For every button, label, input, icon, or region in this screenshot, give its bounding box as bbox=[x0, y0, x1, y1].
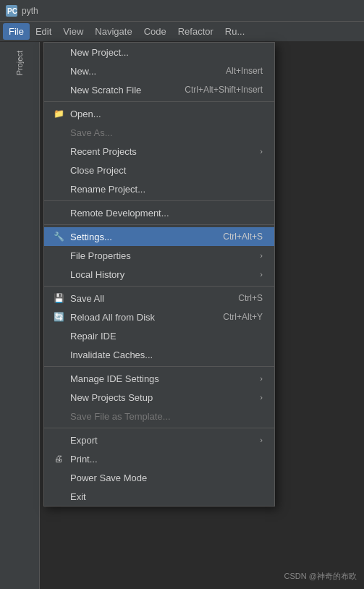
menu-refactor[interactable]: Refactor bbox=[172, 23, 219, 40]
no-icon bbox=[53, 349, 64, 360]
menu-item-label-rename-project: Rename Project... bbox=[70, 184, 145, 195]
svg-text:PC: PC bbox=[7, 7, 17, 15]
menu-navigate[interactable]: Navigate bbox=[89, 23, 137, 40]
menu-item-arrow-file-properties: › bbox=[260, 251, 263, 260]
menu-code[interactable]: Code bbox=[138, 23, 172, 40]
menu-item-export[interactable]: Export› bbox=[44, 431, 274, 449]
menu-item-label-open: Open... bbox=[70, 109, 101, 119]
sidebar-tab-project[interactable]: Project bbox=[12, 45, 27, 81]
menu-item-label-save-as: Save As... bbox=[70, 127, 113, 138]
menu-file[interactable]: File bbox=[3, 23, 30, 40]
no-icon bbox=[53, 207, 64, 219]
menu-item-label-exit: Exit bbox=[70, 491, 86, 502]
menu-item-manage-ide[interactable]: Manage IDE Settings› bbox=[44, 369, 274, 388]
no-icon bbox=[53, 472, 64, 483]
no-icon bbox=[53, 330, 64, 342]
menu-item-close-project[interactable]: Close Project bbox=[44, 161, 274, 179]
menu-item-label-repair-ide: Repair IDE bbox=[70, 331, 117, 342]
file-dropdown-menu: New Project...New...Alt+InsertNew Scratc… bbox=[43, 42, 275, 507]
menu-item-save-as: Save As... bbox=[44, 123, 274, 142]
menu-item-label-print: Print... bbox=[70, 454, 98, 465]
menu-item-label-file-properties: File Properties bbox=[70, 250, 131, 261]
no-icon bbox=[53, 491, 64, 502]
menu-item-remote-dev[interactable]: Remote Development... bbox=[44, 203, 274, 222]
menu-item-shortcut-new: Alt+Insert bbox=[226, 66, 263, 76]
menu-item-label-remote-dev: Remote Development... bbox=[70, 208, 169, 219]
menu-item-arrow-export: › bbox=[260, 436, 263, 444]
menu-item-arrow-manage-ide: › bbox=[260, 374, 263, 383]
menu-item-label-close-project: Close Project bbox=[70, 165, 126, 176]
no-icon bbox=[53, 84, 64, 96]
menu-item-label-manage-ide: Manage IDE Settings bbox=[70, 373, 159, 384]
menu-item-new-scratch[interactable]: New Scratch FileCtrl+Alt+Shift+Insert bbox=[44, 80, 274, 99]
app-title: pyth bbox=[22, 6, 38, 16]
menu-item-save-all[interactable]: 💾Save AllCtrl+S bbox=[44, 289, 274, 308]
menu-item-open[interactable]: 📁Open... bbox=[44, 104, 274, 123]
menu-item-label-save-as-template: Save File as Template... bbox=[70, 411, 171, 422]
menu-item-save-as-template: Save File as Template... bbox=[44, 407, 274, 425]
menu-item-power-save[interactable]: Power Save Mode bbox=[44, 468, 274, 487]
menu-item-label-invalidate-caches: Invalidate Caches... bbox=[70, 349, 153, 360]
menu-separator-invalidate-caches bbox=[44, 366, 274, 367]
menu-item-arrow-recent-projects: › bbox=[260, 147, 263, 156]
no-icon bbox=[53, 46, 64, 58]
menu-item-recent-projects[interactable]: Recent Projects› bbox=[44, 142, 274, 161]
no-icon bbox=[53, 164, 64, 176]
menu-item-label-settings: Settings... bbox=[70, 232, 112, 242]
menu-item-arrow-new-projects-setup: › bbox=[260, 393, 263, 402]
menu-item-label-recent-projects: Recent Projects bbox=[70, 146, 137, 157]
app-icon: PC bbox=[6, 5, 17, 17]
menu-item-arrow-local-history: › bbox=[260, 270, 263, 279]
watermark: CSDN @神奇的布欧 bbox=[284, 571, 357, 582]
wrench-icon: 🔧 bbox=[53, 231, 64, 242]
no-icon bbox=[53, 434, 64, 446]
menu-separator-new-scratch bbox=[44, 101, 274, 102]
menu-item-shortcut-save-all: Ctrl+S bbox=[238, 293, 263, 303]
menu-item-label-save-all: Save All bbox=[70, 293, 104, 304]
menu-item-new[interactable]: New...Alt+Insert bbox=[44, 62, 274, 80]
no-icon bbox=[53, 410, 64, 422]
no-icon bbox=[53, 145, 64, 157]
menu-item-shortcut-settings: Ctrl+Alt+S bbox=[223, 232, 263, 242]
print-icon: 🖨 bbox=[53, 453, 64, 465]
menu-item-label-local-history: Local History bbox=[70, 269, 124, 280]
menu-item-reload-all[interactable]: 🔄Reload All from DiskCtrl+Alt+Y bbox=[44, 308, 274, 326]
menu-item-invalidate-caches[interactable]: Invalidate Caches... bbox=[44, 345, 274, 364]
menu-item-rename-project[interactable]: Rename Project... bbox=[44, 179, 274, 198]
menu-bar: File Edit View Navigate Code Refactor Ru… bbox=[0, 22, 364, 42]
menu-item-local-history[interactable]: Local History› bbox=[44, 265, 274, 284]
no-icon bbox=[53, 250, 64, 261]
menu-item-label-new-project: New Project... bbox=[70, 47, 129, 58]
menu-item-new-projects-setup[interactable]: New Projects Setup› bbox=[44, 388, 274, 407]
menu-separator-save-as-template bbox=[44, 428, 274, 428]
menu-separator-rename-project bbox=[44, 200, 274, 201]
save-icon: 💾 bbox=[53, 292, 64, 304]
menu-item-label-export: Export bbox=[70, 435, 98, 446]
menu-item-label-power-save: Power Save Mode bbox=[70, 473, 147, 483]
menu-view[interactable]: View bbox=[57, 23, 89, 40]
no-icon bbox=[53, 268, 64, 280]
menu-edit[interactable]: Edit bbox=[30, 23, 57, 40]
reload-icon: 🔄 bbox=[53, 311, 64, 323]
menu-item-label-reload-all: Reload All from Disk bbox=[70, 312, 155, 323]
menu-item-file-properties[interactable]: File Properties› bbox=[44, 246, 274, 265]
title-bar: PC pyth bbox=[0, 0, 364, 22]
sidebar-panel: Project bbox=[0, 42, 40, 589]
menu-item-settings[interactable]: 🔧Settings...Ctrl+Alt+S bbox=[44, 227, 274, 246]
menu-item-repair-ide[interactable]: Repair IDE bbox=[44, 326, 274, 345]
menu-item-label-new-scratch: New Scratch File bbox=[70, 85, 141, 96]
menu-item-shortcut-reload-all: Ctrl+Alt+Y bbox=[223, 312, 263, 322]
folder-icon: 📁 bbox=[53, 108, 64, 119]
menu-item-print[interactable]: 🖨Print... bbox=[44, 449, 274, 468]
menu-item-new-project[interactable]: New Project... bbox=[44, 43, 274, 62]
no-icon bbox=[53, 65, 64, 77]
no-icon bbox=[53, 373, 64, 384]
no-icon bbox=[53, 183, 64, 195]
menu-item-exit[interactable]: Exit bbox=[44, 487, 274, 506]
no-icon bbox=[53, 127, 64, 138]
menu-separator-local-history bbox=[44, 286, 274, 287]
menu-separator-remote-dev bbox=[44, 224, 274, 225]
menu-item-shortcut-new-scratch: Ctrl+Alt+Shift+Insert bbox=[185, 85, 263, 95]
no-icon bbox=[53, 391, 64, 403]
menu-run[interactable]: Ru... bbox=[219, 23, 250, 40]
